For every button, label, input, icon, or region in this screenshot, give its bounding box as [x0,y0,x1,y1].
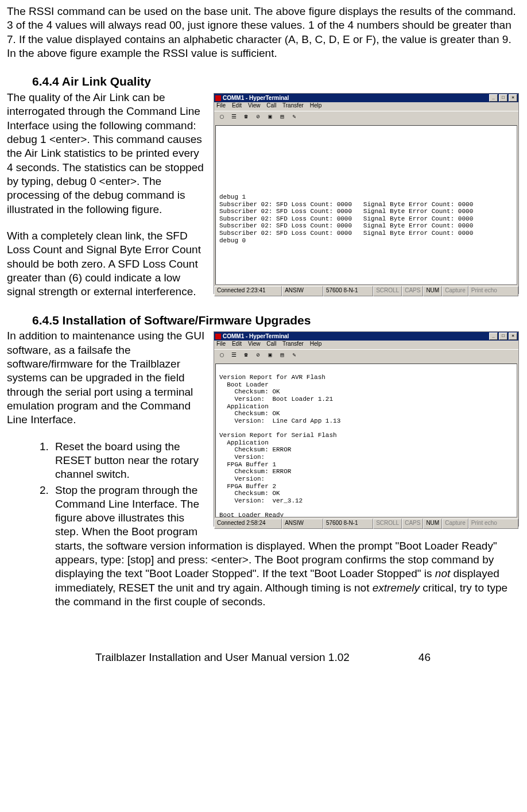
status-bar: Connected 2:23:41 ANSIW 57600 8-N-1 SCRO… [214,286,518,296]
toolbar-open-icon[interactable]: ☰ [228,351,239,361]
toolbar-open-icon[interactable]: ☰ [228,113,239,123]
menu-call[interactable]: Call [266,341,276,347]
app-icon [215,95,221,101]
menu-file[interactable]: File [216,341,226,347]
hyperterminal-figure-1: COMM1 - HyperTerminal _ □ × File Edit Vi… [214,93,519,294]
status-caps: CAPS [402,519,423,529]
menu-help[interactable]: Help [310,341,322,347]
toolbar-connect-icon[interactable]: ☎ [241,351,251,361]
menu-transfer[interactable]: Transfer [282,341,304,347]
menu-edit[interactable]: Edit [232,102,242,109]
intro-paragraph: The RSSI command can be used on the base… [7,5,519,60]
menu-transfer[interactable]: Transfer [282,102,304,109]
close-button[interactable]: × [509,94,517,102]
terminal-output: debug 1 Subscriber 02: SFD Loss Count: 0… [215,125,517,285]
toolbar-disconnect-icon[interactable]: ⊘ [253,113,264,123]
footer-title: Trailblazer Installation and User Manual… [95,651,350,664]
toolbar-send-icon[interactable]: ▣ [265,113,276,123]
window-title: COMM1 - HyperTerminal [223,333,289,339]
step-2-extremely: extremely [373,582,420,594]
maximize-button[interactable]: □ [499,94,507,102]
minimize-button[interactable]: _ [489,94,498,102]
status-scroll: SCROLL [373,519,402,529]
menu-bar: File Edit View Call Transfer Help [214,341,518,349]
menu-view[interactable]: View [248,102,261,109]
status-print: Print echo [468,519,518,529]
status-auto: ANSIW [282,519,323,529]
menu-call[interactable]: Call [266,102,276,109]
close-button[interactable]: × [509,332,517,340]
window-titlebar: COMM1 - HyperTerminal _ □ × [214,94,518,102]
status-caps: CAPS [402,286,423,296]
toolbar-receive-icon[interactable]: ▤ [277,113,288,123]
menu-edit[interactable]: Edit [232,341,242,347]
toolbar-send-icon[interactable]: ▣ [265,351,276,361]
status-bar: Connected 2:58:24 ANSIW 57600 8-N-1 SCRO… [214,519,518,529]
status-capture: Capture [442,519,468,529]
hyperterminal-figure-2: COMM1 - HyperTerminal _ □ × File Edit Vi… [214,331,519,527]
menu-file[interactable]: File [216,102,226,109]
menu-help[interactable]: Help [310,102,322,109]
toolbar-new-icon[interactable]: ▢ [216,113,227,123]
status-baud: 57600 8-N-1 [323,286,373,296]
status-num: NUM [423,286,442,296]
status-baud: 57600 8-N-1 [323,519,373,529]
window-titlebar: COMM1 - HyperTerminal _ □ × [214,332,518,341]
window-title: COMM1 - HyperTerminal [223,95,289,101]
app-icon [215,334,221,339]
toolbar-disconnect-icon[interactable]: ⊘ [253,351,264,361]
status-time: Connected 2:23:41 [214,286,282,296]
toolbar-connect-icon[interactable]: ☎ [241,113,251,123]
toolbar-receive-icon[interactable]: ▤ [277,351,288,361]
minimize-button[interactable]: _ [489,332,498,340]
status-scroll: SCROLL [373,286,402,296]
page-footer: Trailblazer Installation and User Manual… [7,651,519,664]
toolbar-props-icon[interactable]: ✎ [289,351,300,361]
footer-page-number: 46 [418,651,431,664]
terminal-output: Version Report for AVR Flash Boot Loader… [215,364,517,517]
maximize-button[interactable]: □ [499,332,507,340]
menu-bar: File Edit View Call Transfer Help [214,102,518,111]
status-num: NUM [423,519,442,529]
status-time: Connected 2:58:24 [214,519,282,529]
section-644-heading: 6.4.4 Air Link Quality [32,74,519,90]
status-capture: Capture [442,286,468,296]
section-645-heading: 6.4.5 Installation of Software/Firmware … [32,313,519,328]
status-print: Print echo [468,286,518,296]
toolbar-props-icon[interactable]: ✎ [289,113,300,123]
status-auto: ANSIW [282,286,323,296]
step-2-not: not [435,567,450,579]
toolbar-new-icon[interactable]: ▢ [216,351,227,361]
toolbar: ▢ ☰ ☎ ⊘ ▣ ▤ ✎ [214,111,518,124]
toolbar: ▢ ☰ ☎ ⊘ ▣ ▤ ✎ [214,349,518,362]
menu-view[interactable]: View [248,341,261,347]
